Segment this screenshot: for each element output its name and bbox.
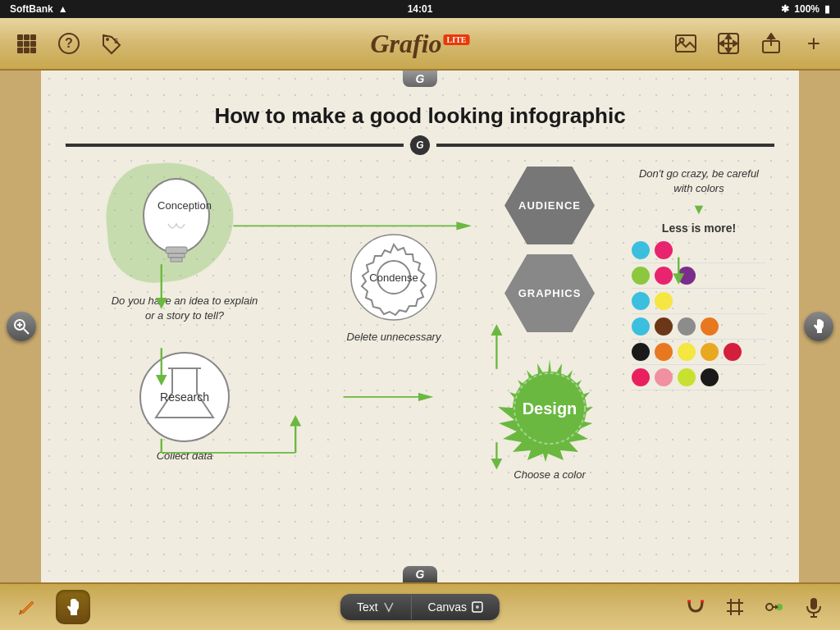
graphics-hexagon: GRAPHICS <box>504 254 595 332</box>
audience-label: AUDIENCE <box>518 199 581 212</box>
svg-rect-0 <box>17 34 23 40</box>
svg-rect-63 <box>810 598 817 609</box>
bluetooth-icon: ✱ <box>781 3 789 15</box>
svg-point-59 <box>766 604 773 610</box>
pencil-icon[interactable] <box>13 594 39 620</box>
color-dot <box>655 317 673 336</box>
condense-label: Condense <box>369 272 418 284</box>
colors-dont-go-crazy: Don't go crazy, be careful with colors <box>632 167 766 196</box>
grid-icon[interactable] <box>13 30 39 57</box>
idea-question: Do you have an idea to explain or a stor… <box>111 294 258 323</box>
color-dot <box>701 317 719 336</box>
svg-marker-19 <box>726 48 731 52</box>
color-dot <box>632 292 650 310</box>
svg-rect-43 <box>171 258 182 262</box>
color-row-5 <box>632 343 766 365</box>
arrow-down-icon: ▼ <box>632 201 766 218</box>
toolbar-right: + <box>673 30 827 57</box>
infographic-content: Conception Do you have an idea to explai… <box>66 167 774 481</box>
color-row-3 <box>632 292 766 314</box>
canvas-area[interactable]: G How to make a good looking infographic… <box>41 71 799 582</box>
microphone-icon[interactable] <box>801 594 827 620</box>
canvas-inner: How to make a good looking infographic G <box>41 87 799 497</box>
svg-marker-18 <box>726 34 731 39</box>
color-row-1 <box>632 241 766 263</box>
add-icon[interactable]: + <box>801 30 827 57</box>
svg-rect-2 <box>30 34 36 40</box>
finger-touch-icon[interactable] <box>56 590 90 624</box>
color-dot <box>678 343 696 361</box>
svg-text:5: 5 <box>114 37 118 45</box>
move-icon[interactable] <box>715 30 742 57</box>
main-area: G How to make a good looking infographic… <box>0 71 840 582</box>
tag-icon[interactable]: 5 <box>98 30 125 57</box>
zoom-button[interactable] <box>7 312 36 341</box>
status-bar: SoftBank ▲ 14:01 ✱ 100% ▮ <box>0 0 840 18</box>
research-flask-container: Research <box>135 348 234 446</box>
status-time: 14:01 <box>408 3 433 15</box>
svg-rect-4 <box>24 41 30 47</box>
svg-rect-3 <box>17 41 23 47</box>
color-dot <box>655 368 673 386</box>
bottom-toolbar: Text Canvas <box>0 582 840 630</box>
colors-col: Don't go crazy, be careful with colors ▼… <box>623 167 774 481</box>
color-dot <box>678 368 696 386</box>
color-dot <box>632 267 650 285</box>
audience-hexagon: AUDIENCE <box>504 167 595 244</box>
title-divider: G <box>66 135 774 155</box>
help-icon[interactable]: ? <box>56 30 82 57</box>
svg-point-11 <box>106 38 109 41</box>
conception-bulb-container: Conception <box>123 167 246 290</box>
delete-text-label: Delete unnecessary <box>347 331 441 343</box>
text-tab[interactable]: Text <box>340 594 411 620</box>
text-canvas-toggle[interactable]: Text Canvas <box>340 594 500 620</box>
carrier-label: SoftBank <box>10 3 53 15</box>
color-dot <box>701 368 719 386</box>
choose-color-text: Choose a color <box>514 468 585 481</box>
connect-icon[interactable] <box>761 594 788 620</box>
lightbulb-svg <box>123 167 230 281</box>
svg-text:?: ? <box>65 36 73 50</box>
design-label: Design <box>523 399 578 418</box>
color-dot <box>632 368 650 386</box>
svg-marker-21 <box>733 41 737 46</box>
color-dot <box>655 343 673 361</box>
svg-rect-42 <box>168 253 185 258</box>
design-burst: Design <box>496 355 603 462</box>
battery-icon: ▮ <box>824 3 830 15</box>
color-dot <box>724 343 742 361</box>
color-dot <box>655 292 673 310</box>
color-row-6 <box>632 368 766 390</box>
color-row-4 <box>632 317 766 340</box>
svg-rect-1 <box>24 34 30 40</box>
middle-col: Condense Delete unnecessary <box>312 167 476 481</box>
text-tab-label: Text <box>357 600 378 614</box>
svg-line-26 <box>24 329 29 334</box>
color-dot <box>632 241 650 259</box>
svg-rect-6 <box>17 48 23 53</box>
image-icon[interactable] <box>673 30 699 57</box>
bottom-right <box>682 594 827 620</box>
collect-data-text: Collect data <box>157 450 213 462</box>
conception-label: Conception <box>158 199 212 212</box>
magnet-icon[interactable] <box>682 594 709 620</box>
svg-marker-24 <box>768 34 774 39</box>
color-dot <box>678 267 696 285</box>
color-dot <box>655 241 673 259</box>
hand-button[interactable] <box>804 312 833 341</box>
canvas-tab-icon <box>472 601 483 613</box>
share-icon[interactable] <box>758 30 784 57</box>
right-col: AUDIENCE GRAPHICS Design <box>484 167 615 481</box>
less-is-more-label: Less is more! <box>632 221 766 235</box>
text-tab-icon <box>383 601 395 613</box>
color-dot <box>678 317 696 336</box>
app-title-text: Grafio <box>370 29 441 58</box>
research-label: Research <box>160 390 209 404</box>
color-dot <box>632 317 650 336</box>
hash-grid-icon[interactable] <box>722 594 748 620</box>
color-dot <box>655 267 673 285</box>
bottom-center: Text Canvas <box>340 594 500 620</box>
bottom-left <box>13 590 90 624</box>
canvas-tab[interactable]: Canvas <box>412 594 500 620</box>
svg-marker-20 <box>719 41 724 46</box>
